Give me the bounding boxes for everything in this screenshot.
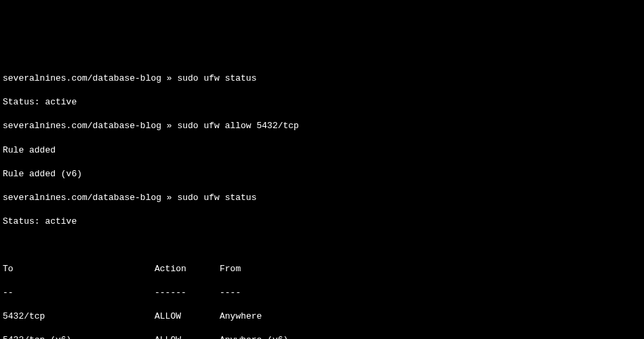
ufw-cell-to: 5432/tcp (3, 311, 155, 323)
ufw-cell-to: 5432/tcp (v6) (3, 334, 155, 339)
ufw-table-row: 5432/tcpALLOWAnywhere (3, 311, 641, 323)
prompt-host: severalnines.com/database-blog (3, 193, 161, 203)
ufw-div-from: ---- (220, 287, 641, 299)
ufw-cell-from: Anywhere (220, 311, 641, 323)
prompt-separator: » (161, 121, 177, 131)
status-line: Status: active (3, 216, 641, 228)
ufw-div-to: -- (3, 287, 155, 299)
prompt-host: severalnines.com/database-blog (3, 73, 161, 83)
ufw-th-to: To (3, 263, 155, 275)
command-text: sudo ufw status (177, 73, 256, 83)
command-text: sudo ufw allow 5432/tcp (177, 121, 298, 131)
ufw-table-header: ToActionFrom (3, 263, 641, 275)
prompt-line: severalnines.com/database-blog » sudo uf… (3, 73, 641, 85)
prompt-separator: » (161, 73, 177, 83)
ufw-th-action: Action (155, 263, 220, 275)
ufw-div-action: ------ (155, 287, 220, 299)
ufw-cell-from: Anywhere (v6) (220, 334, 641, 339)
rule-added-line: Rule added (3, 144, 641, 157)
ufw-cell-action: ALLOW (155, 311, 220, 323)
command-text: sudo ufw status (177, 193, 256, 203)
ufw-table-row: 5432/tcp (v6)ALLOWAnywhere (v6) (3, 334, 641, 339)
terminal-output[interactable]: severalnines.com/database-blog » sudo uf… (3, 49, 641, 339)
prompt-line: severalnines.com/database-blog » sudo uf… (3, 192, 641, 204)
prompt-line: severalnines.com/database-blog » sudo uf… (3, 120, 641, 132)
ufw-th-from: From (220, 263, 641, 275)
status-line: Status: active (3, 96, 641, 108)
ufw-cell-action: ALLOW (155, 334, 220, 339)
prompt-separator: » (161, 193, 177, 203)
rule-added-v6-line: Rule added (v6) (3, 168, 641, 180)
blank-line (3, 239, 641, 252)
prompt-host: severalnines.com/database-blog (3, 121, 161, 131)
ufw-table-divider: ------------ (3, 287, 641, 299)
